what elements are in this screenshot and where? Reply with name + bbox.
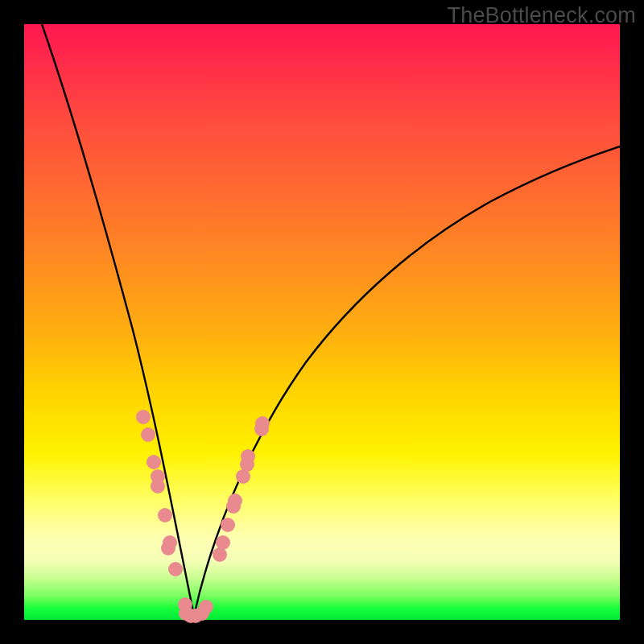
curve-layer [42, 24, 620, 616]
svg-point-0 [136, 410, 151, 424]
curve-right-branch [194, 147, 620, 616]
svg-point-5 [158, 508, 172, 522]
svg-point-7 [161, 541, 175, 555]
svg-point-8 [168, 562, 183, 576]
svg-point-16 [216, 535, 230, 550]
svg-point-22 [241, 449, 255, 464]
chart-svg [24, 24, 620, 620]
svg-point-17 [221, 518, 235, 532]
scatter-right [213, 416, 270, 562]
chart-frame: TheBottleneck.com [0, 0, 644, 644]
svg-point-4 [151, 479, 165, 493]
svg-point-24 [255, 416, 270, 431]
svg-point-19 [228, 493, 242, 508]
curve-left-branch [42, 24, 194, 616]
scatter-left [136, 410, 192, 612]
watermark-text: TheBottleneck.com [447, 3, 636, 28]
svg-point-14 [199, 600, 213, 614]
svg-point-2 [147, 455, 161, 469]
plot-area [24, 24, 620, 620]
svg-point-1 [141, 427, 155, 442]
